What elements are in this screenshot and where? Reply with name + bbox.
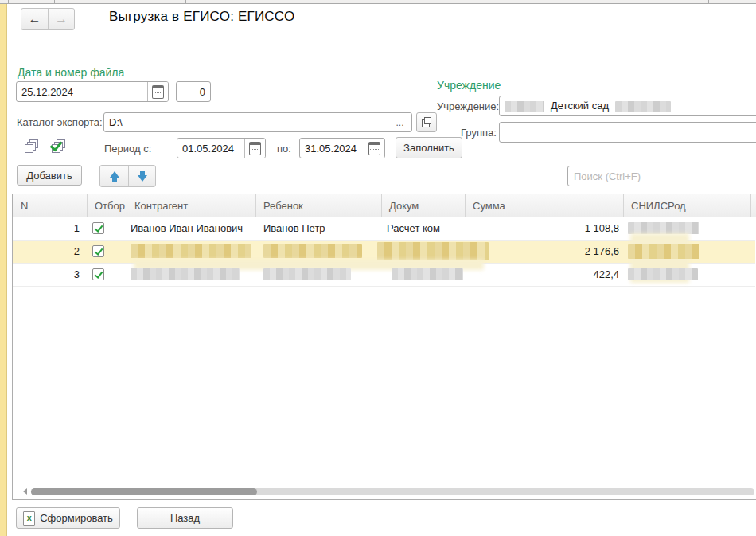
file-number-field[interactable]: 0 bbox=[176, 81, 211, 102]
calendar-icon bbox=[152, 85, 164, 99]
scrollbar-thumb[interactable] bbox=[31, 488, 257, 495]
scroll-left-arrow[interactable] bbox=[23, 488, 27, 495]
row-number: 2 bbox=[13, 241, 80, 263]
open-window-icon bbox=[422, 117, 431, 127]
calendar-icon bbox=[368, 142, 380, 155]
column-header-otbor[interactable]: Отбор bbox=[87, 194, 127, 217]
egisso-export-window: ← → Выгрузка в ЕГИСО: ЕГИССО Дата и номе… bbox=[0, 0, 756, 536]
period-from-calendar-button[interactable] bbox=[244, 139, 265, 158]
institution-label: Учреждение: bbox=[437, 100, 499, 112]
cell-sum: 1 108,8 bbox=[465, 217, 619, 240]
institution-field[interactable]: Детский сад bbox=[499, 96, 756, 116]
institution-section-header: Учреждение bbox=[437, 79, 501, 92]
column-header-spacer bbox=[750, 194, 756, 217]
back-footer-button[interactable]: Назад bbox=[137, 507, 233, 529]
cell-child: Иванов Петр bbox=[263, 217, 379, 240]
move-down-button[interactable] bbox=[128, 166, 155, 186]
column-header-sum[interactable]: Сумма bbox=[465, 194, 623, 217]
results-table: N Отбор Контрагент Ребенок Докум Сумма С… bbox=[12, 194, 756, 500]
catalog-label: Каталог экспорта: bbox=[17, 116, 103, 128]
left-accent-strip bbox=[0, 4, 7, 536]
period-to-value: 31.05.2024 bbox=[300, 143, 364, 155]
history-nav: ← → bbox=[21, 8, 75, 30]
institution-value: Детский сад bbox=[500, 100, 756, 112]
period-to-field[interactable]: 31.05.2024 bbox=[299, 138, 385, 158]
column-header-child[interactable]: Ребенок bbox=[255, 194, 381, 217]
file-section-header: Дата и номер файла bbox=[18, 66, 124, 79]
horizontal-scrollbar bbox=[14, 486, 756, 498]
export-catalog-value: D:\ bbox=[104, 116, 388, 128]
row-number: 1 bbox=[13, 217, 80, 240]
cell-sum: 2 176,6 bbox=[465, 241, 619, 263]
file-number-value: 0 bbox=[177, 86, 210, 98]
table-row-selected[interactable]: 2 2 176,6 bbox=[13, 241, 755, 264]
catalog-open-button[interactable] bbox=[416, 112, 437, 132]
row-select-checkbox[interactable] bbox=[92, 222, 104, 235]
period-from-field[interactable]: 01.05.2024 bbox=[177, 138, 266, 158]
column-header-n[interactable]: N bbox=[13, 194, 87, 217]
cell-contragent: Иванов Иван Иванович bbox=[131, 217, 254, 240]
forward-arrow-icon: → bbox=[55, 12, 68, 26]
check-all-icon bbox=[50, 139, 65, 155]
top-tab-strip bbox=[0, 0, 756, 4]
period-to-label: по: bbox=[277, 143, 291, 155]
uncheck-all-button[interactable] bbox=[23, 139, 38, 157]
down-arrow-icon bbox=[138, 171, 147, 182]
search-input[interactable] bbox=[567, 166, 756, 186]
check-all-button[interactable] bbox=[50, 139, 65, 157]
redacted-text bbox=[505, 101, 544, 112]
checkbox-checked-icon bbox=[92, 245, 104, 257]
row-select-checkbox[interactable] bbox=[92, 268, 104, 281]
checkbox-checked-icon bbox=[92, 268, 104, 280]
page-title: Выгрузка в ЕГИСО: ЕГИССО bbox=[109, 9, 294, 25]
column-header-contragent[interactable]: Контрагент bbox=[127, 194, 255, 217]
back-button[interactable]: ← bbox=[21, 9, 48, 29]
group-field[interactable] bbox=[499, 122, 756, 143]
column-header-doc[interactable]: Докум bbox=[381, 194, 465, 217]
up-arrow-icon bbox=[110, 171, 119, 182]
cell-sum: 422,4 bbox=[465, 264, 619, 286]
row-number: 3 bbox=[13, 264, 80, 286]
generate-button[interactable]: Сформировать bbox=[16, 507, 120, 529]
group-label: Группа: bbox=[461, 127, 497, 139]
checkbox-checked-icon bbox=[92, 222, 104, 234]
row-select-checkbox[interactable] bbox=[92, 245, 104, 258]
calendar-icon bbox=[249, 142, 261, 155]
move-up-button[interactable] bbox=[100, 166, 128, 186]
add-row-button[interactable]: Добавить bbox=[17, 165, 82, 186]
catalog-browse-button[interactable]: ... bbox=[388, 113, 411, 131]
column-header-snils[interactable]: СНИЛСРод bbox=[623, 194, 750, 217]
table-body: 1 Иванов Иван Иванович Иванов Петр Расче… bbox=[13, 217, 756, 499]
uncheck-all-icon bbox=[23, 139, 38, 155]
fill-button[interactable]: Заполнить bbox=[396, 137, 462, 158]
period-from-label: Период с: bbox=[104, 143, 151, 155]
file-date-field[interactable]: 25.12.2024 bbox=[16, 81, 169, 102]
export-catalog-field[interactable]: D:\ ... bbox=[103, 112, 412, 132]
period-from-value: 01.05.2024 bbox=[177, 143, 244, 155]
generate-button-label: Сформировать bbox=[40, 512, 113, 524]
back-arrow-icon: ← bbox=[29, 12, 41, 26]
excel-file-icon bbox=[23, 511, 35, 526]
table-row[interactable]: 3 422,4 bbox=[13, 264, 755, 287]
period-to-calendar-button[interactable] bbox=[364, 139, 384, 158]
cell-doc: Расчет ком bbox=[387, 217, 463, 240]
file-date-calendar-button[interactable] bbox=[147, 82, 168, 101]
table-row[interactable]: 1 Иванов Иван Иванович Иванов Петр Расче… bbox=[13, 217, 755, 241]
table-header: N Отбор Контрагент Ребенок Докум Сумма С… bbox=[13, 194, 756, 217]
forward-button[interactable]: → bbox=[48, 9, 74, 29]
redacted-text bbox=[615, 101, 671, 112]
move-row-group bbox=[99, 165, 156, 187]
file-date-value: 25.12.2024 bbox=[17, 86, 147, 98]
